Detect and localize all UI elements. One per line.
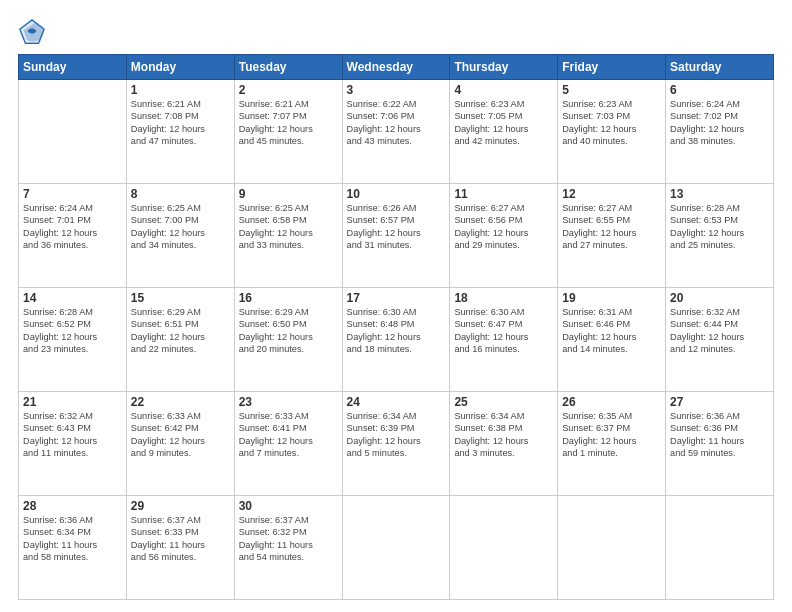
day-number: 14 xyxy=(23,291,122,305)
calendar-cell: 10Sunrise: 6:26 AM Sunset: 6:57 PM Dayli… xyxy=(342,184,450,288)
day-info: Sunrise: 6:22 AM Sunset: 7:06 PM Dayligh… xyxy=(347,98,446,148)
day-info: Sunrise: 6:36 AM Sunset: 6:36 PM Dayligh… xyxy=(670,410,769,460)
day-number: 11 xyxy=(454,187,553,201)
day-info: Sunrise: 6:30 AM Sunset: 6:47 PM Dayligh… xyxy=(454,306,553,356)
day-number: 29 xyxy=(131,499,230,513)
logo xyxy=(18,18,50,46)
logo-icon xyxy=(18,18,46,46)
day-number: 27 xyxy=(670,395,769,409)
calendar-cell: 18Sunrise: 6:30 AM Sunset: 6:47 PM Dayli… xyxy=(450,288,558,392)
calendar-header-row: SundayMondayTuesdayWednesdayThursdayFrid… xyxy=(19,55,774,80)
calendar-cell: 13Sunrise: 6:28 AM Sunset: 6:53 PM Dayli… xyxy=(666,184,774,288)
day-info: Sunrise: 6:23 AM Sunset: 7:05 PM Dayligh… xyxy=(454,98,553,148)
day-info: Sunrise: 6:25 AM Sunset: 7:00 PM Dayligh… xyxy=(131,202,230,252)
day-number: 4 xyxy=(454,83,553,97)
calendar-cell: 22Sunrise: 6:33 AM Sunset: 6:42 PM Dayli… xyxy=(126,392,234,496)
day-info: Sunrise: 6:36 AM Sunset: 6:34 PM Dayligh… xyxy=(23,514,122,564)
calendar-header-saturday: Saturday xyxy=(666,55,774,80)
calendar-cell: 17Sunrise: 6:30 AM Sunset: 6:48 PM Dayli… xyxy=(342,288,450,392)
calendar-cell: 1Sunrise: 6:21 AM Sunset: 7:08 PM Daylig… xyxy=(126,80,234,184)
day-info: Sunrise: 6:26 AM Sunset: 6:57 PM Dayligh… xyxy=(347,202,446,252)
calendar-week-row: 28Sunrise: 6:36 AM Sunset: 6:34 PM Dayli… xyxy=(19,496,774,600)
calendar-cell: 21Sunrise: 6:32 AM Sunset: 6:43 PM Dayli… xyxy=(19,392,127,496)
calendar-cell: 20Sunrise: 6:32 AM Sunset: 6:44 PM Dayli… xyxy=(666,288,774,392)
day-info: Sunrise: 6:28 AM Sunset: 6:52 PM Dayligh… xyxy=(23,306,122,356)
calendar-cell xyxy=(342,496,450,600)
day-number: 16 xyxy=(239,291,338,305)
calendar-cell: 3Sunrise: 6:22 AM Sunset: 7:06 PM Daylig… xyxy=(342,80,450,184)
day-number: 23 xyxy=(239,395,338,409)
day-number: 28 xyxy=(23,499,122,513)
calendar-cell: 30Sunrise: 6:37 AM Sunset: 6:32 PM Dayli… xyxy=(234,496,342,600)
day-info: Sunrise: 6:30 AM Sunset: 6:48 PM Dayligh… xyxy=(347,306,446,356)
calendar-table: SundayMondayTuesdayWednesdayThursdayFrid… xyxy=(18,54,774,600)
calendar-cell: 19Sunrise: 6:31 AM Sunset: 6:46 PM Dayli… xyxy=(558,288,666,392)
day-info: Sunrise: 6:23 AM Sunset: 7:03 PM Dayligh… xyxy=(562,98,661,148)
calendar-cell: 6Sunrise: 6:24 AM Sunset: 7:02 PM Daylig… xyxy=(666,80,774,184)
day-info: Sunrise: 6:31 AM Sunset: 6:46 PM Dayligh… xyxy=(562,306,661,356)
day-info: Sunrise: 6:29 AM Sunset: 6:50 PM Dayligh… xyxy=(239,306,338,356)
calendar-cell: 4Sunrise: 6:23 AM Sunset: 7:05 PM Daylig… xyxy=(450,80,558,184)
calendar-cell: 27Sunrise: 6:36 AM Sunset: 6:36 PM Dayli… xyxy=(666,392,774,496)
calendar-header-sunday: Sunday xyxy=(19,55,127,80)
calendar-week-row: 7Sunrise: 6:24 AM Sunset: 7:01 PM Daylig… xyxy=(19,184,774,288)
day-info: Sunrise: 6:27 AM Sunset: 6:55 PM Dayligh… xyxy=(562,202,661,252)
calendar-cell xyxy=(666,496,774,600)
day-number: 12 xyxy=(562,187,661,201)
day-number: 30 xyxy=(239,499,338,513)
calendar-cell: 14Sunrise: 6:28 AM Sunset: 6:52 PM Dayli… xyxy=(19,288,127,392)
day-info: Sunrise: 6:27 AM Sunset: 6:56 PM Dayligh… xyxy=(454,202,553,252)
calendar-cell: 5Sunrise: 6:23 AM Sunset: 7:03 PM Daylig… xyxy=(558,80,666,184)
day-number: 25 xyxy=(454,395,553,409)
calendar-cell: 23Sunrise: 6:33 AM Sunset: 6:41 PM Dayli… xyxy=(234,392,342,496)
calendar-cell: 12Sunrise: 6:27 AM Sunset: 6:55 PM Dayli… xyxy=(558,184,666,288)
day-info: Sunrise: 6:37 AM Sunset: 6:33 PM Dayligh… xyxy=(131,514,230,564)
calendar-cell: 15Sunrise: 6:29 AM Sunset: 6:51 PM Dayli… xyxy=(126,288,234,392)
calendar-week-row: 14Sunrise: 6:28 AM Sunset: 6:52 PM Dayli… xyxy=(19,288,774,392)
day-number: 8 xyxy=(131,187,230,201)
day-info: Sunrise: 6:24 AM Sunset: 7:01 PM Dayligh… xyxy=(23,202,122,252)
day-info: Sunrise: 6:35 AM Sunset: 6:37 PM Dayligh… xyxy=(562,410,661,460)
day-info: Sunrise: 6:29 AM Sunset: 6:51 PM Dayligh… xyxy=(131,306,230,356)
calendar-header-tuesday: Tuesday xyxy=(234,55,342,80)
day-number: 9 xyxy=(239,187,338,201)
calendar-header-monday: Monday xyxy=(126,55,234,80)
day-info: Sunrise: 6:34 AM Sunset: 6:38 PM Dayligh… xyxy=(454,410,553,460)
day-number: 10 xyxy=(347,187,446,201)
day-number: 26 xyxy=(562,395,661,409)
calendar-cell: 8Sunrise: 6:25 AM Sunset: 7:00 PM Daylig… xyxy=(126,184,234,288)
calendar-cell: 25Sunrise: 6:34 AM Sunset: 6:38 PM Dayli… xyxy=(450,392,558,496)
day-info: Sunrise: 6:28 AM Sunset: 6:53 PM Dayligh… xyxy=(670,202,769,252)
day-number: 15 xyxy=(131,291,230,305)
calendar-cell: 9Sunrise: 6:25 AM Sunset: 6:58 PM Daylig… xyxy=(234,184,342,288)
day-number: 19 xyxy=(562,291,661,305)
day-info: Sunrise: 6:32 AM Sunset: 6:43 PM Dayligh… xyxy=(23,410,122,460)
calendar-week-row: 1Sunrise: 6:21 AM Sunset: 7:08 PM Daylig… xyxy=(19,80,774,184)
calendar-cell xyxy=(19,80,127,184)
calendar-cell: 7Sunrise: 6:24 AM Sunset: 7:01 PM Daylig… xyxy=(19,184,127,288)
day-info: Sunrise: 6:34 AM Sunset: 6:39 PM Dayligh… xyxy=(347,410,446,460)
calendar-header-friday: Friday xyxy=(558,55,666,80)
day-number: 5 xyxy=(562,83,661,97)
day-info: Sunrise: 6:25 AM Sunset: 6:58 PM Dayligh… xyxy=(239,202,338,252)
day-info: Sunrise: 6:37 AM Sunset: 6:32 PM Dayligh… xyxy=(239,514,338,564)
day-number: 17 xyxy=(347,291,446,305)
day-info: Sunrise: 6:24 AM Sunset: 7:02 PM Dayligh… xyxy=(670,98,769,148)
day-info: Sunrise: 6:33 AM Sunset: 6:41 PM Dayligh… xyxy=(239,410,338,460)
day-number: 2 xyxy=(239,83,338,97)
calendar-cell: 2Sunrise: 6:21 AM Sunset: 7:07 PM Daylig… xyxy=(234,80,342,184)
day-number: 24 xyxy=(347,395,446,409)
calendar-cell: 11Sunrise: 6:27 AM Sunset: 6:56 PM Dayli… xyxy=(450,184,558,288)
day-number: 7 xyxy=(23,187,122,201)
day-number: 21 xyxy=(23,395,122,409)
day-info: Sunrise: 6:21 AM Sunset: 7:07 PM Dayligh… xyxy=(239,98,338,148)
calendar-cell xyxy=(558,496,666,600)
day-number: 1 xyxy=(131,83,230,97)
calendar-cell: 26Sunrise: 6:35 AM Sunset: 6:37 PM Dayli… xyxy=(558,392,666,496)
calendar-cell: 29Sunrise: 6:37 AM Sunset: 6:33 PM Dayli… xyxy=(126,496,234,600)
day-number: 6 xyxy=(670,83,769,97)
calendar-week-row: 21Sunrise: 6:32 AM Sunset: 6:43 PM Dayli… xyxy=(19,392,774,496)
day-info: Sunrise: 6:21 AM Sunset: 7:08 PM Dayligh… xyxy=(131,98,230,148)
page: SundayMondayTuesdayWednesdayThursdayFrid… xyxy=(0,0,792,612)
day-number: 22 xyxy=(131,395,230,409)
